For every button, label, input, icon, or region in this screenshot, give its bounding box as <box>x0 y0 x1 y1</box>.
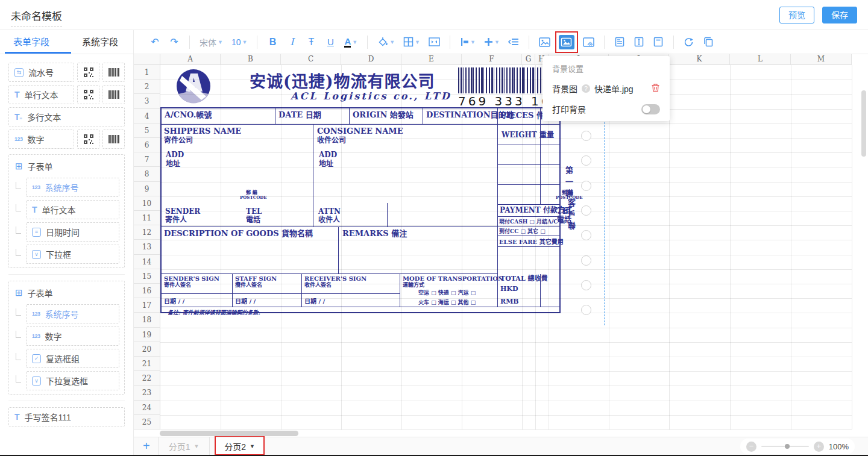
undo-button[interactable]: ↶ <box>149 35 160 49</box>
field-handwritten-signature[interactable]: T手写签名111 <box>8 407 125 426</box>
row-header-14[interactable]: 14 <box>134 255 160 269</box>
row-header-25[interactable]: 25 <box>134 415 160 429</box>
row-header-15[interactable]: 15 <box>134 269 160 284</box>
row-header-9[interactable]: 9 <box>134 182 160 196</box>
field-number[interactable]: 123数字 <box>8 130 74 149</box>
tab-form-fields[interactable]: 表单字段 <box>13 30 49 54</box>
background-image-button[interactable] <box>559 35 574 49</box>
row-header-13[interactable]: 13 <box>134 240 160 254</box>
page-setup-button[interactable] <box>614 35 625 49</box>
barcode-option[interactable] <box>102 130 125 149</box>
field-multi-line-text[interactable]: T≡多行文本 <box>8 107 125 126</box>
bg-image-label: 背景图 <box>552 83 577 95</box>
row-header-6[interactable]: 6 <box>134 138 160 152</box>
font-size-select[interactable]: 10▼ <box>231 35 248 49</box>
column-header-C[interactable]: C <box>281 54 341 65</box>
row-header-4[interactable]: 4 <box>134 109 160 123</box>
subfield-checkbox-group[interactable]: ✓复选框组 <box>26 349 119 368</box>
barcode-option[interactable] <box>102 63 125 82</box>
row-header-23[interactable]: 23 <box>134 386 160 400</box>
row-header-2[interactable]: 2 <box>134 80 160 94</box>
row-header-16[interactable]: 16 <box>134 284 160 298</box>
subfield-multi-select[interactable]: ∨下拉复选框 <box>26 371 119 390</box>
punch-hole <box>581 305 591 315</box>
row-header-12[interactable]: 12 <box>134 225 160 240</box>
column-header-E[interactable]: E <box>401 54 462 65</box>
row-header-18[interactable]: 18 <box>134 313 160 327</box>
help-icon[interactable]: ? <box>582 84 590 93</box>
sheet-canvas[interactable]: ABCDEFGHIJKLM 12345678910111213141516171… <box>134 54 868 437</box>
refresh-button[interactable] <box>684 35 694 49</box>
delete-bg-image-button[interactable] <box>651 83 660 94</box>
zoom-in-button[interactable]: + <box>814 442 824 452</box>
save-button[interactable]: 保存 <box>822 7 857 23</box>
column-header-K[interactable]: K <box>669 54 730 65</box>
strikethrough-button[interactable]: Ŧ <box>306 35 316 49</box>
bold-button[interactable]: B <box>267 35 278 49</box>
grid-corner[interactable] <box>134 54 160 65</box>
redo-button[interactable]: ↷ <box>169 35 180 49</box>
horizontal-align-button[interactable]: ▼ <box>460 35 476 49</box>
italic-button[interactable]: I <box>286 35 297 49</box>
field-single-line-text[interactable]: T单行文本 <box>8 85 74 104</box>
column-header-D[interactable]: D <box>341 54 401 65</box>
subfield-dropdown[interactable]: ∨下拉框 <box>26 245 119 264</box>
row-header-19[interactable]: 19 <box>134 328 160 342</box>
subfield-number[interactable]: 123数字 <box>26 326 119 346</box>
zoom-slider[interactable] <box>761 446 809 447</box>
print-bg-toggle[interactable] <box>641 104 660 114</box>
merge-cells-button[interactable] <box>429 35 440 49</box>
vertical-align-button[interactable]: ▼ <box>484 35 500 49</box>
font-color-button[interactable]: A▼ <box>344 35 357 49</box>
page-tab-1[interactable]: 分页1▼ <box>158 437 210 455</box>
row-header-22[interactable]: 22 <box>134 371 160 386</box>
preview-button[interactable]: 预览 <box>779 7 814 23</box>
row-header-1[interactable]: 1 <box>134 65 160 80</box>
barcode-option[interactable] <box>102 85 125 104</box>
watermark-button[interactable] <box>583 35 594 49</box>
underline-button[interactable]: U <box>325 35 336 49</box>
borders-button[interactable]: ▼ <box>403 35 420 49</box>
insert-image-button[interactable] <box>539 35 550 49</box>
row-header-17[interactable]: 17 <box>134 298 160 313</box>
row-header-10[interactable]: 10 <box>134 196 160 211</box>
column-header-G[interactable]: G <box>522 54 535 65</box>
row-header-24[interactable]: 24 <box>134 401 160 415</box>
row-header-5[interactable]: 5 <box>134 123 160 138</box>
qr-code-option[interactable] <box>77 85 99 104</box>
horizontal-scrollbar[interactable] <box>160 431 298 436</box>
subfield-system-serial[interactable]: 123系统序号 <box>26 178 119 197</box>
indent-button[interactable] <box>508 35 519 49</box>
subfield-system-serial[interactable]: 123系统序号 <box>26 304 119 323</box>
row-height-button[interactable] <box>634 35 644 49</box>
column-header-M[interactable]: M <box>791 54 852 65</box>
qr-code-option[interactable] <box>77 130 99 149</box>
row-header-8[interactable]: 8 <box>134 167 160 181</box>
page-tab-2[interactable]: 分页2▼ <box>216 437 264 455</box>
row-header-7[interactable]: 7 <box>134 152 160 167</box>
copy-page-button[interactable] <box>703 35 714 49</box>
subfield-datetime[interactable]: ≡日期时间 <box>26 222 119 242</box>
vertical-scrollbar[interactable] <box>861 90 866 157</box>
field-label: 单行文本 <box>25 89 58 101</box>
column-header-B[interactable]: B <box>221 54 281 65</box>
margin-button[interactable] <box>653 35 664 49</box>
font-family-select[interactable]: 宋体▼ <box>200 35 223 49</box>
field-serial-number[interactable]: ⇆流水号 <box>8 63 74 82</box>
subfield-single-line-text[interactable]: T单行文本 <box>26 200 119 219</box>
row-header-3[interactable]: 3 <box>134 94 160 108</box>
fill-color-button[interactable]: ▼ <box>377 35 395 49</box>
zoom-slider-handle[interactable] <box>785 444 790 449</box>
tab-system-fields[interactable]: 系统字段 <box>82 30 118 54</box>
add-page-button[interactable]: + <box>143 439 150 453</box>
zoom-out-button[interactable]: − <box>746 442 756 452</box>
template-title-input[interactable]: 未命名模板 <box>11 8 62 27</box>
column-header-F[interactable]: F <box>462 54 522 65</box>
divider <box>529 36 529 49</box>
column-header-A[interactable]: A <box>160 54 221 65</box>
column-header-L[interactable]: L <box>730 54 791 65</box>
row-header-20[interactable]: 20 <box>134 342 160 357</box>
qr-code-option[interactable] <box>77 63 99 82</box>
row-header-11[interactable]: 11 <box>134 211 160 225</box>
row-header-21[interactable]: 21 <box>134 357 160 371</box>
